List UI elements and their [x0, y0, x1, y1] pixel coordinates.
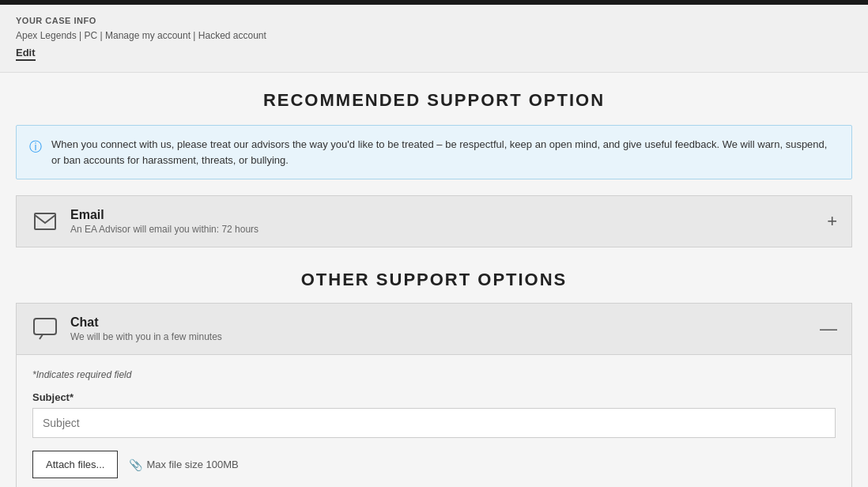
chat-sublabel: We will be with you in a few minutes [70, 331, 222, 342]
subject-label: Subject* [32, 391, 836, 403]
info-icon: ⓘ [29, 138, 42, 157]
case-info-breadcrumb: Apex Legends | PC | Manage my account | … [16, 30, 852, 41]
recommended-heading: RECOMMENDED SUPPORT OPTION [0, 73, 868, 125]
collapse-chat-icon: — [820, 320, 837, 338]
chat-label: Chat [70, 315, 222, 330]
chat-form-body: *Indicates required field Subject* Attac… [17, 354, 851, 487]
page-wrapper: YOUR CASE INFO Apex Legends | PC | Manag… [0, 5, 868, 487]
email-option-row[interactable]: Email An EA Advisor will email you withi… [16, 195, 852, 247]
paperclip-icon: 📎 [129, 459, 142, 471]
required-note: *Indicates required field [32, 369, 836, 380]
case-info-title: YOUR CASE INFO [16, 16, 852, 25]
file-size-text: Max file size 100MB [146, 459, 238, 470]
attach-files-button[interactable]: Attach files... [32, 451, 118, 478]
edit-button[interactable]: Edit [16, 47, 36, 61]
email-label: Email [70, 208, 259, 222]
file-size-note: 📎 Max file size 100MB [129, 459, 238, 471]
subject-input[interactable] [32, 408, 836, 438]
email-icon [31, 207, 59, 236]
svg-rect-0 [35, 213, 55, 229]
case-info-section: YOUR CASE INFO Apex Legends | PC | Manag… [0, 5, 868, 73]
email-option-text: Email An EA Advisor will email you withi… [70, 208, 259, 235]
chat-option-text: Chat We will be with you in a few minute… [70, 315, 222, 342]
chat-icon [31, 315, 59, 343]
chat-header[interactable]: Chat We will be with you in a few minute… [17, 304, 851, 354]
attach-row: Attach files... 📎 Max file size 100MB [32, 451, 836, 478]
email-sublabel: An EA Advisor will email you within: 72 … [70, 224, 259, 235]
info-banner-text: When you connect with us, please treat o… [51, 137, 839, 168]
other-support-heading: OTHER SUPPORT OPTIONS [0, 255, 868, 303]
chat-left: Chat We will be with you in a few minute… [31, 315, 222, 343]
expand-email-icon: + [827, 211, 837, 232]
chat-section: Chat We will be with you in a few minute… [16, 303, 852, 487]
email-option-left: Email An EA Advisor will email you withi… [31, 207, 259, 236]
svg-rect-1 [34, 319, 56, 334]
info-banner: ⓘ When you connect with us, please treat… [16, 125, 852, 179]
